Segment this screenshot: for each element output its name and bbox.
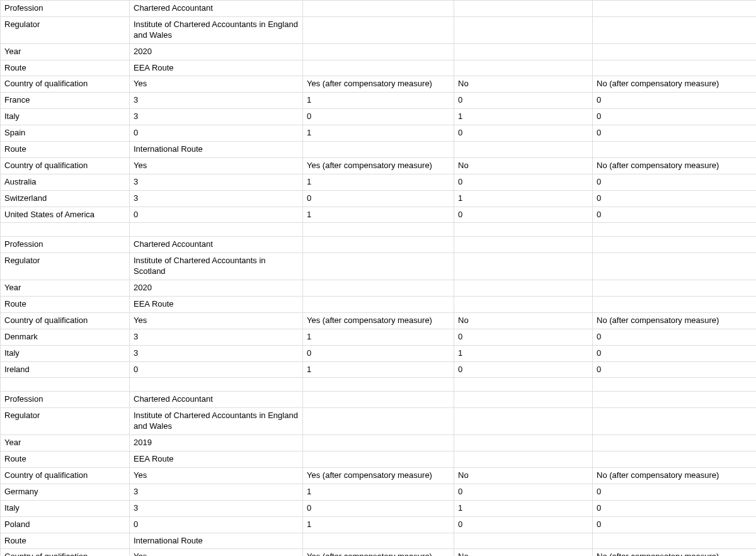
cell: [303, 280, 454, 297]
cell-yes: 3: [130, 174, 303, 190]
cell: [303, 60, 454, 76]
row-route: RouteEEA Route: [1, 297, 757, 313]
cell: [454, 223, 593, 237]
cell: [454, 237, 593, 253]
cell-yes: 0: [130, 516, 303, 533]
cell: [303, 435, 454, 451]
cell-no-comp: 0: [593, 190, 757, 207]
cell: [303, 223, 454, 237]
header-yes: Yes: [130, 549, 303, 556]
cell: [303, 253, 454, 280]
cell: [454, 16, 593, 43]
header-no-comp: No (after compensatory measure): [593, 157, 757, 174]
cell-yes-comp: 1: [303, 174, 454, 190]
cell: [303, 142, 454, 158]
value-regulator: Institute of Chartered Accountants in En…: [130, 16, 303, 43]
cell: [454, 60, 593, 76]
row-profession: ProfessionChartered Accountant: [1, 1, 757, 17]
cell: [593, 223, 757, 237]
cell: [303, 16, 454, 43]
header-yes-comp: Yes (after compensatory measure): [303, 549, 454, 556]
value-regulator: Institute of Chartered Accountants in En…: [130, 408, 303, 435]
header-no-comp: No (after compensatory measure): [593, 76, 757, 93]
row-profession: ProfessionChartered Accountant: [1, 392, 757, 408]
cell-no-comp: 0: [593, 500, 757, 516]
cell-yes: 3: [130, 329, 303, 345]
cell-yes: 0: [130, 207, 303, 223]
cell: [593, 408, 757, 435]
header-country: Country of qualification: [1, 467, 130, 484]
cell: [593, 451, 757, 468]
cell-no-comp: 0: [593, 125, 757, 142]
row-header: Country of qualificationYesYes (after co…: [1, 549, 757, 556]
cell: [593, 533, 757, 549]
header-yes-comp: Yes (after compensatory measure): [303, 76, 454, 93]
label-profession: Profession: [1, 237, 130, 253]
data-row: Italy3010: [1, 500, 757, 516]
header-country: Country of qualification: [1, 312, 130, 329]
cell: [593, 392, 757, 408]
value-route: International Route: [130, 533, 303, 549]
header-country: Country of qualification: [1, 549, 130, 556]
cell-no: 0: [454, 207, 593, 223]
cell-no-comp: 0: [593, 484, 757, 500]
value-profession: Chartered Accountant: [130, 1, 303, 17]
cell: [454, 280, 593, 297]
cell-country: Australia: [1, 174, 130, 190]
cell: [593, 297, 757, 313]
cell-yes: 3: [130, 484, 303, 500]
cell-country: Switzerland: [1, 190, 130, 207]
row-header: Country of qualificationYesYes (after co…: [1, 312, 757, 329]
cell: [593, 435, 757, 451]
data-row: Poland0100: [1, 516, 757, 533]
data-row: Germany3100: [1, 484, 757, 500]
cell: [454, 43, 593, 60]
header-no: No: [454, 549, 593, 556]
cell: [593, 142, 757, 158]
cell: [303, 451, 454, 468]
row-regulator: RegulatorInstitute of Chartered Accounta…: [1, 408, 757, 435]
cell: [303, 392, 454, 408]
cell: [303, 533, 454, 549]
cell: [454, 451, 593, 468]
header-yes: Yes: [130, 312, 303, 329]
cell-yes-comp: 1: [303, 207, 454, 223]
row-regulator: RegulatorInstitute of Chartered Accounta…: [1, 253, 757, 280]
cell-yes: 3: [130, 345, 303, 361]
cell-country: Ireland: [1, 361, 130, 378]
cell-no: 0: [454, 125, 593, 142]
cell-no-comp: 0: [593, 109, 757, 125]
cell: [454, 297, 593, 313]
row-route: RouteEEA Route: [1, 451, 757, 468]
value-route: International Route: [130, 142, 303, 158]
label-route: Route: [1, 297, 130, 313]
row-year: Year2020: [1, 43, 757, 60]
cell-no: 0: [454, 93, 593, 109]
cell: [303, 408, 454, 435]
label-route: Route: [1, 142, 130, 158]
cell-country: Poland: [1, 516, 130, 533]
cell-no-comp: 0: [593, 174, 757, 190]
cell-no: 1: [454, 109, 593, 125]
cell-no-comp: 0: [593, 329, 757, 345]
cell-no: 0: [454, 484, 593, 500]
row-route: RouteInternational Route: [1, 142, 757, 158]
row-header: Country of qualificationYesYes (after co…: [1, 157, 757, 174]
data-row: Australia3100: [1, 174, 757, 190]
value-route: EEA Route: [130, 60, 303, 76]
cell: [1, 223, 130, 237]
cell-yes-comp: 1: [303, 329, 454, 345]
cell: [130, 378, 303, 392]
cell: [454, 392, 593, 408]
cell-country: France: [1, 93, 130, 109]
header-yes-comp: Yes (after compensatory measure): [303, 467, 454, 484]
cell-yes-comp: 0: [303, 345, 454, 361]
header-no-comp: No (after compensatory measure): [593, 467, 757, 484]
label-regulator: Regulator: [1, 253, 130, 280]
label-year: Year: [1, 280, 130, 297]
header-country: Country of qualification: [1, 157, 130, 174]
cell-yes-comp: 1: [303, 516, 454, 533]
row-year: Year2019: [1, 435, 757, 451]
cell: [454, 142, 593, 158]
value-year: 2019: [130, 435, 303, 451]
